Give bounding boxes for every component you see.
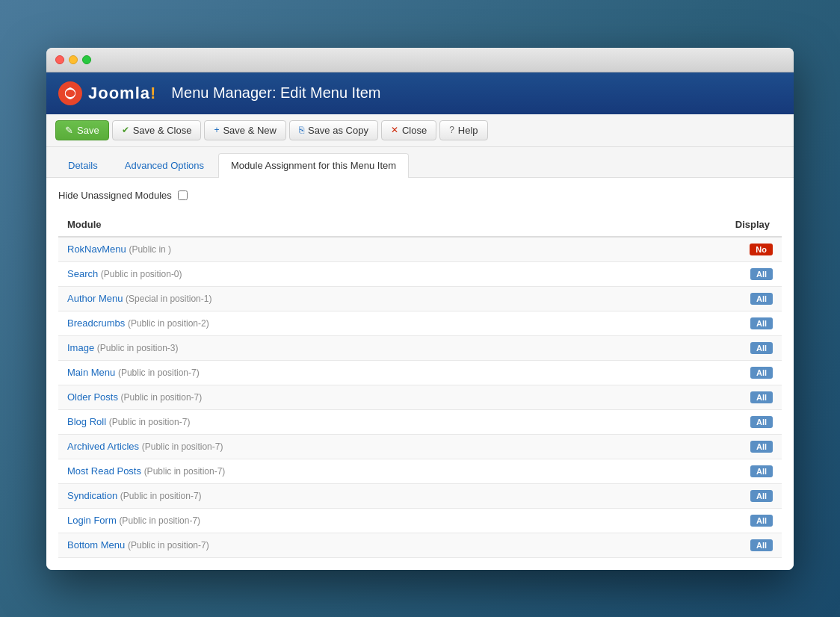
module-sub: (Public in position-7) (118, 368, 200, 378)
module-sub: (Public in position-7) (128, 540, 209, 551)
display-cell: All (608, 385, 782, 409)
minimize-button[interactable] (69, 55, 78, 64)
module-link[interactable]: Archived Articles (67, 441, 139, 452)
module-cell: Blog Roll (Public in position-7) (58, 409, 608, 434)
module-link[interactable]: Main Menu (67, 367, 115, 378)
module-link[interactable]: Author Menu (67, 293, 123, 304)
module-sub: (Public in position-7) (121, 392, 203, 403)
help-button[interactable]: ? Help (439, 120, 487, 140)
close-button[interactable] (55, 55, 64, 64)
display-badge[interactable]: All (750, 317, 773, 329)
titlebar (46, 48, 794, 72)
toolbar: ✎ Save ✔ Save & Close + Save & New ⎘ Sav… (46, 114, 794, 147)
save-copy-button[interactable]: ⎘ Save as Copy (289, 120, 378, 140)
module-sub: (Public in position-7) (142, 441, 223, 452)
module-link[interactable]: Breadcrumbs (67, 317, 125, 329)
close-button-toolbar[interactable]: ✕ Close (381, 120, 436, 140)
module-link[interactable]: Search (67, 268, 98, 279)
save-close-label: Save & Close (133, 125, 192, 136)
module-link[interactable]: Bottom Menu (67, 539, 125, 551)
module-cell: Author Menu (Special in position-1) (58, 286, 608, 311)
help-icon: ? (449, 125, 454, 135)
table-row: Main Menu (Public in position-7)All (58, 360, 782, 385)
help-label: Help (458, 125, 478, 136)
module-link[interactable]: Older Posts (67, 391, 118, 403)
tab-module-assignment[interactable]: Module Assignment for this Menu Item (218, 153, 409, 178)
module-cell: Most Read Posts (Public in position-7) (58, 459, 608, 483)
joomla-icon (58, 81, 82, 105)
table-row: Older Posts (Public in position-7)All (58, 385, 782, 409)
display-badge[interactable]: All (750, 515, 773, 527)
module-link[interactable]: Blog Roll (67, 416, 106, 427)
module-sub: (Public in position-7) (120, 491, 202, 501)
display-badge[interactable]: All (750, 367, 773, 379)
tab-advanced[interactable]: Advanced Options (112, 153, 217, 177)
header-bar: Joomla! Menu Manager: Edit Menu Item (46, 72, 794, 114)
module-sub: (Public in position-7) (144, 466, 226, 477)
module-cell: Login Form (Public in position-7) (58, 508, 608, 533)
table-row: Search (Public in position-0)All (58, 261, 782, 286)
display-badge[interactable]: No (750, 244, 773, 255)
hide-unassigned-checkbox[interactable] (178, 190, 188, 200)
display-cell: No (608, 237, 782, 262)
maximize-button[interactable] (82, 55, 91, 64)
module-cell: Older Posts (Public in position-7) (58, 385, 608, 409)
joomla-logo: Joomla! (58, 81, 156, 105)
page-title: Menu Manager: Edit Menu Item (171, 84, 380, 102)
display-badge[interactable]: All (750, 416, 773, 428)
module-link[interactable]: Login Form (67, 515, 117, 526)
display-badge[interactable]: All (750, 293, 773, 305)
module-sub: (Public in ) (129, 244, 171, 255)
save-button[interactable]: ✎ Save (55, 120, 109, 140)
display-badge[interactable]: All (750, 268, 773, 280)
module-link[interactable]: RokNavMenu (67, 244, 126, 255)
display-cell: All (608, 409, 782, 434)
joomla-brand: Joomla! (88, 84, 156, 103)
module-link[interactable]: Syndication (67, 490, 117, 501)
module-cell: Breadcrumbs (Public in position-2) (58, 311, 608, 335)
main-panel: Hide Unassigned Modules Module Display R… (46, 178, 794, 570)
tab-details[interactable]: Details (55, 153, 111, 177)
save-icon: ✎ (65, 125, 73, 136)
module-cell: Image (Public in position-3) (58, 335, 608, 360)
table-row: Blog Roll (Public in position-7)All (58, 409, 782, 434)
module-sub: (Public in position-7) (119, 515, 200, 526)
table-row: Syndication (Public in position-7)All (58, 483, 782, 508)
display-cell: All (608, 459, 782, 483)
table-row: Bottom Menu (Public in position-7)All (58, 533, 782, 557)
traffic-lights (55, 55, 91, 64)
display-col-header: Display (608, 213, 782, 237)
hide-unassigned-row: Hide Unassigned Modules (58, 190, 782, 201)
module-cell: Syndication (Public in position-7) (58, 483, 608, 508)
save-new-label: Save & New (223, 125, 277, 136)
module-sub: (Public in position-2) (128, 318, 209, 329)
module-link[interactable]: Image (67, 342, 94, 353)
tab-bar: Details Advanced Options Module Assignme… (46, 147, 794, 178)
table-row: Most Read Posts (Public in position-7)Al… (58, 459, 782, 483)
table-row: Image (Public in position-3)All (58, 335, 782, 360)
hide-unassigned-label: Hide Unassigned Modules (58, 190, 172, 201)
save-label: Save (77, 125, 99, 136)
display-cell: All (608, 335, 782, 360)
table-row: Archived Articles (Public in position-7)… (58, 434, 782, 459)
display-cell: All (608, 483, 782, 508)
module-sub: (Special in position-1) (126, 294, 211, 304)
module-cell: Main Menu (Public in position-7) (58, 360, 608, 385)
save-new-button[interactable]: + Save & New (204, 120, 286, 140)
display-cell: All (608, 261, 782, 286)
display-badge[interactable]: All (750, 465, 773, 477)
modules-table: Module Display RokNavMenu (Public in )No… (58, 213, 782, 558)
display-cell: All (608, 508, 782, 533)
display-badge[interactable]: All (750, 539, 773, 551)
table-row: Login Form (Public in position-7)All (58, 508, 782, 533)
display-badge[interactable]: All (750, 441, 773, 453)
display-cell: All (608, 311, 782, 335)
display-badge[interactable]: All (750, 490, 773, 502)
display-badge[interactable]: All (750, 342, 773, 354)
display-badge[interactable]: All (750, 391, 773, 403)
close-label: Close (402, 125, 427, 136)
module-sub: (Public in position-0) (101, 269, 182, 279)
table-row: Author Menu (Special in position-1)All (58, 286, 782, 311)
save-close-button[interactable]: ✔ Save & Close (112, 120, 202, 140)
module-link[interactable]: Most Read Posts (67, 465, 141, 477)
